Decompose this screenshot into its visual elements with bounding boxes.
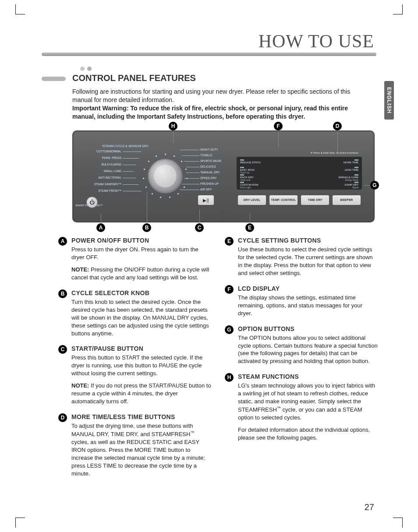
cycle-label-left: PERM. PRESS xyxy=(80,156,121,159)
feature-H: HSTEAM FUNCTIONSLG's steam technology al… xyxy=(225,373,378,442)
lcd-display: REDUCE STATICEASY IRONTouch UpRACK DRYCh… xyxy=(237,157,362,190)
section-lead-bar xyxy=(42,77,66,81)
feature-text: Turn this knob to select the desired cyc… xyxy=(71,298,212,338)
feature-B: BCYCLE SELECTOR KNOBTurn this knob to se… xyxy=(58,289,212,338)
feature-text: Press this button to START the selected … xyxy=(71,354,212,377)
feature-title: LCD DISPLAY xyxy=(238,285,378,292)
language-tab: ENGLISH xyxy=(384,81,394,120)
feature-badge: D xyxy=(58,413,67,422)
callout-G: G xyxy=(370,181,379,190)
callout-C: C xyxy=(195,223,204,232)
lcd-option[interactable]: MORE TIME xyxy=(344,159,358,164)
feature-text: Press to turn the dryer ON. Press again … xyxy=(71,246,212,261)
cycle-label-right: HEAVY DUTY xyxy=(200,148,218,151)
cycle-label-right: DELICATES xyxy=(200,165,216,168)
callout-F: F xyxy=(274,122,283,130)
feature-D: DMORE TIME/LESS TIME BUTTONSTo adjust th… xyxy=(58,413,212,478)
feature-text: Use these buttons to select the desired … xyxy=(238,246,378,277)
lcd-option[interactable]: CUSTOM PGMDrum Light xyxy=(240,182,258,189)
feature-badge: G xyxy=(225,325,234,334)
steam-header: *STEAM CYCLE & SENSOR DRY xyxy=(102,144,149,148)
callout-B: B xyxy=(142,223,151,232)
lcd-option[interactable]: DAMP DRYSignal xyxy=(345,182,358,189)
cycle-label-left: BULKY/LARGE xyxy=(80,163,121,166)
cycle-label-right: SPEED DRY xyxy=(200,176,216,180)
play-pause-icon: ▶|| xyxy=(203,198,209,203)
cycle-label-left: STEAM FRESH™ xyxy=(80,189,121,192)
cycle-label-left: STEAM SANITARY™ xyxy=(80,183,121,186)
feature-title: CYCLE SELECTOR KNOB xyxy=(71,289,212,296)
feature-text: NOTE: If you do not press the START/PAUS… xyxy=(71,382,212,405)
feature-title: STEAM FUNCTIONS xyxy=(238,373,378,380)
lcd-option[interactable]: EASY IRONTouch Up xyxy=(240,167,255,174)
feature-text: NOTE: Pressing the ON/OFF button during … xyxy=(71,266,212,282)
feature-text: The OPTION buttons allow you to select a… xyxy=(238,334,378,366)
intro-block: Following are instructions for starting … xyxy=(72,88,370,121)
cycle-label-right: AIR DRY xyxy=(200,188,212,191)
decorative-dots xyxy=(80,67,92,71)
lcd-option[interactable]: REDUCE STATIC xyxy=(240,159,261,164)
feature-F: FLCD DISPLAYThe display shows the settin… xyxy=(225,285,378,317)
cycle-selector-knob[interactable] xyxy=(148,159,183,194)
page-number: 27 xyxy=(365,502,374,512)
title-underline xyxy=(42,53,376,56)
cycle-label-left: ANTI BACTERIAL xyxy=(80,176,121,179)
hold-note: ※ Press & Hold 3sec. for Extra Functions xyxy=(310,151,358,154)
page-title: HOW TO USE xyxy=(0,31,418,52)
feature-A: APOWER ON/OFF BUTTONPress to turn the dr… xyxy=(58,237,212,282)
feature-badge: E xyxy=(225,237,234,246)
lcd-option[interactable]: RACK DRYChild Lock xyxy=(240,174,254,181)
feature-title: START/PAUSE BUTTON xyxy=(71,345,212,352)
power-button[interactable]: ⏻ xyxy=(86,197,98,208)
cycle-setting-button[interactable]: DRY LEVEL xyxy=(238,195,266,205)
cycle-setting-button[interactable]: BEEPER xyxy=(333,195,361,205)
feature-C: CSTART/PAUSE BUTTONPress this button to … xyxy=(58,345,212,405)
power-icon: ⏻ xyxy=(89,199,95,205)
feature-badge: F xyxy=(225,285,234,294)
feature-badge: H xyxy=(225,373,234,382)
callout-A: A xyxy=(96,223,105,232)
feature-title: MORE TIME/LESS TIME BUTTONS xyxy=(71,413,212,420)
feature-badge: C xyxy=(58,345,67,354)
cycle-label-right: *MANUAL DRY xyxy=(200,171,220,174)
lcd-option[interactable]: WRINKLE CAREEnergy Saver xyxy=(338,174,358,181)
cycle-setting-button[interactable]: TIME DRY xyxy=(301,195,329,205)
feature-E: ECYCLE SETTING BUTTONSUse these buttons … xyxy=(225,237,378,277)
cycle-label-right: SPORTS WEAR xyxy=(200,159,221,162)
start-pause-button[interactable]: ▶|| xyxy=(198,195,214,205)
lcd-option[interactable]: LESS TIME xyxy=(345,167,358,171)
feature-text: For detailed information about the indiv… xyxy=(238,426,378,442)
feature-badge: B xyxy=(58,289,67,298)
feature-title: POWER ON/OFF BUTTON xyxy=(71,237,212,244)
callout-E: E xyxy=(245,223,254,232)
cycle-label-right: FRESHEN UP xyxy=(200,182,219,185)
feature-text: LG's steam technology allows you to inje… xyxy=(238,382,378,422)
feature-title: CYCLE SETTING BUTTONS xyxy=(238,237,378,244)
callout-D: D xyxy=(333,122,342,130)
warning-text: Important Warning: To reduce the risk of… xyxy=(72,105,348,120)
cycle-label-left: SMALL LOAD xyxy=(80,169,121,173)
feature-G: GOPTION BUTTONSThe OPTION buttons allow … xyxy=(225,325,378,366)
cycle-setting-button[interactable]: TEMP. CONTROL xyxy=(269,195,298,205)
intro-text: Following are instructions for starting … xyxy=(72,88,350,103)
cycle-label-right: TOWELS xyxy=(200,154,212,157)
feature-text: The display shows the settings, estimate… xyxy=(238,294,378,317)
section-heading: CONTROL PANEL FEATURES xyxy=(72,73,196,83)
control-panel-figure: H F D A B C E G *STEAM CYCLE & SENSOR DR… xyxy=(72,122,375,233)
feature-title: OPTION BUTTONS xyxy=(238,325,378,332)
feature-badge: A xyxy=(58,237,67,246)
panel-body: *STEAM CYCLE & SENSOR DRY COTTON/NORMALP… xyxy=(72,130,375,222)
feature-text: To adjust the drying time, use these but… xyxy=(71,422,212,478)
callout-H: H xyxy=(169,122,177,130)
cycle-label-left: COTTON/NORMAL xyxy=(80,150,121,153)
